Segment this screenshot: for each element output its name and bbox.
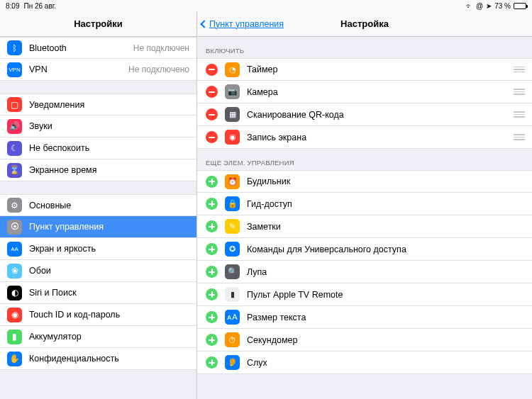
at-icon: @ (476, 2, 483, 10)
control-item-label: Камера (247, 87, 506, 97)
sidebar-item-label: Аккумулятор (29, 332, 189, 342)
finger-icon: ◉ (7, 308, 22, 322)
status-time: 8:09 (6, 2, 19, 10)
remove-button[interactable] (206, 108, 218, 120)
vpn-icon: VPN (7, 62, 22, 77)
add-button[interactable] (206, 220, 218, 232)
back-label: Пункт управления (209, 19, 284, 29)
sidebar-item-group3-3[interactable]: ❀Обои (0, 260, 196, 282)
control-item-label: Пульт Apple TV Remote (247, 290, 525, 300)
drag-handle[interactable] (514, 111, 525, 118)
sidebar-item-group3-6[interactable]: ▮Аккумулятор (0, 326, 196, 348)
battery-icon (514, 3, 526, 9)
control-item-label: Слух (247, 358, 525, 368)
flower-icon: ❀ (7, 264, 22, 279)
sidebar-item-group2-2[interactable]: ☾Не беспокоить (0, 137, 196, 159)
app-icon: 🔍 (225, 264, 240, 279)
control-item[interactable]: ◉Запись экрана (197, 126, 532, 149)
add-button[interactable] (206, 334, 218, 346)
app-icon: 👂 (225, 355, 240, 370)
sidebar-item-group3-7[interactable]: ✋Конфиденциальность (0, 348, 196, 370)
add-button[interactable] (206, 288, 218, 300)
chevron-left-icon (200, 20, 208, 28)
control-item-label: Лупа (247, 267, 525, 277)
control-item[interactable]: ◔Таймер (197, 58, 532, 81)
sidebar-item-label: Основные (29, 201, 189, 210)
control-item-label: Гид-доступ (247, 199, 525, 209)
control-item-label: Таймер (247, 64, 506, 74)
sidebar-item-label: Не беспокоить (29, 143, 189, 153)
control-item[interactable]: ⏱Секундомер (197, 329, 532, 352)
remove-button[interactable] (206, 131, 218, 143)
sidebar-item-label: Звуки (29, 121, 189, 131)
sidebar-item-group2-3[interactable]: ⌛Экранное время (0, 159, 196, 181)
drag-handle[interactable] (514, 67, 525, 73)
add-button[interactable] (206, 176, 218, 188)
remove-button[interactable] (206, 86, 218, 98)
sidebar-item-group3-2[interactable]: AAЭкран и яркость (0, 238, 196, 260)
add-button[interactable] (206, 356, 218, 369)
wifi-icon: ᯤ (466, 2, 473, 10)
control-item[interactable]: ✎Заметки (197, 215, 532, 238)
app-icon: ▮ (225, 287, 240, 302)
status-date: Пн 26 авг. (23, 2, 55, 10)
control-item-label: Запись экрана (247, 133, 506, 142)
control-item[interactable]: ▦Сканирование QR-кода (197, 103, 532, 126)
sidebar-item-group2-0[interactable]: ▢Уведомления (0, 94, 196, 116)
control-item[interactable]: ⏰Будильник (197, 170, 532, 193)
hand-icon: ✋ (7, 352, 22, 366)
control-item[interactable]: 🔍Лупа (197, 261, 532, 283)
gear-icon: ⚙ (7, 198, 22, 213)
control-item[interactable]: ✪Команды для Универсального доступа (197, 238, 532, 261)
app-icon: 🔒 (225, 196, 240, 211)
add-button[interactable] (206, 198, 218, 210)
sidebar-item-group3-1[interactable]: ⦿Пункт управления (0, 216, 196, 238)
sidebar-item-label: Уведомления (29, 100, 189, 110)
remove-button[interactable] (206, 64, 218, 76)
add-button[interactable] (206, 243, 218, 255)
control-item[interactable]: 🔒Гид-доступ (197, 193, 532, 215)
hourglass-icon: ⌛ (7, 163, 22, 178)
app-icon: ◔ (225, 62, 240, 77)
sidebar-item-group3-0[interactable]: ⚙Основные (0, 194, 196, 216)
sidebar-item-label: Touch ID и код-пароль (29, 310, 189, 320)
drag-handle[interactable] (514, 89, 525, 95)
sidebar-item-group2-1[interactable]: 🔊Звуки (0, 116, 196, 137)
sidebar-item-group3-5[interactable]: ◉Touch ID и код-пароль (0, 304, 196, 326)
section-include-header: Включить (197, 37, 532, 58)
sidebar-item-label: Siri и Поиск (29, 288, 189, 298)
siri-icon: ◐ (7, 286, 22, 300)
add-button[interactable] (206, 266, 218, 278)
control-item-label: Сканирование QR-кода (247, 110, 506, 120)
control-item-label: Размер текста (247, 313, 525, 322)
battery-icon: ▮ (7, 330, 22, 344)
sidebar-item-label: Экранное время (29, 165, 189, 175)
status-bar: 8:09 Пн 26 авг. ᯤ @ ➤ 73 % (0, 0, 532, 11)
moon-icon: ☾ (7, 141, 22, 156)
control-item[interactable]: ᴀAРазмер текста (197, 306, 532, 329)
sidebar-item-detail: Не подключен (133, 43, 189, 53)
app-icon: ✪ (225, 242, 240, 257)
control-item[interactable]: 📷Камера (197, 81, 532, 103)
sound-icon: 🔊 (7, 119, 22, 134)
add-button[interactable] (206, 311, 218, 323)
sidebar-item-group3-4[interactable]: ◐Siri и Поиск (0, 282, 196, 304)
drag-handle[interactable] (514, 134, 525, 140)
sidebar-header: Настройки (0, 11, 196, 37)
back-button[interactable]: Пункт управления (197, 19, 284, 29)
sidebar-item-label: VPN (29, 64, 121, 74)
sidebar-item-group1-1[interactable]: VPNVPNНе подключено (0, 59, 196, 81)
control-item[interactable]: 👂Слух (197, 352, 532, 374)
sidebar-item-label: Конфиденциальность (29, 354, 189, 364)
control-item-label: Команды для Универсального доступа (247, 245, 525, 254)
sidebar-item-label: Пункт управления (29, 222, 189, 232)
sidebar-item-label: Обои (29, 266, 189, 276)
control-item[interactable]: ▮Пульт Apple TV Remote (197, 283, 532, 306)
bell-icon: ▢ (7, 97, 22, 112)
control-item-label: Заметки (247, 222, 525, 232)
app-icon: 📷 (225, 84, 240, 99)
sidebar-item-label: Bluetooth (29, 43, 126, 53)
sidebar-item-group1-0[interactable]: ᛒBluetoothНе подключен (0, 37, 196, 59)
settings-sidebar: Настройки ᛒBluetoothНе подключенVPNVPNНе… (0, 11, 197, 399)
app-icon: ◉ (225, 130, 240, 145)
